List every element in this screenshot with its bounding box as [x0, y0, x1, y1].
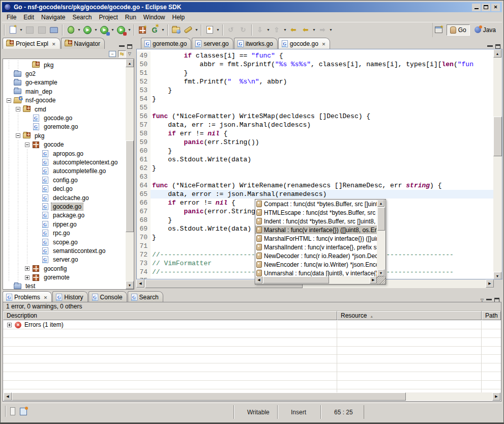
- new-wizard-button[interactable]: [7, 24, 19, 36]
- menu-item-window[interactable]: Window: [140, 13, 169, 22]
- open-type-button[interactable]: [170, 24, 182, 36]
- scroll-thumb[interactable]: [126, 140, 134, 232]
- completion-item[interactable]: Marshal : func(v interface{}) ([]uint8, …: [255, 225, 377, 234]
- tab-navigator[interactable]: Navigator: [61, 38, 105, 49]
- popup-horizontal-scrollbar[interactable]: ◀ ▶: [255, 276, 377, 284]
- tree-item[interactable]: goremote: [4, 273, 125, 281]
- completion-item[interactable]: Compact : func(dst *bytes.Buffer, src []…: [255, 200, 377, 208]
- scroll-right-icon[interactable]: ▶: [492, 392, 500, 401]
- open-perspective-button[interactable]: [433, 24, 445, 36]
- tree-item[interactable]: config.go: [4, 176, 125, 184]
- scroll-left-icon[interactable]: ◀: [4, 392, 12, 401]
- back-button[interactable]: ⬅: [300, 24, 312, 36]
- tree-item[interactable]: semanticcontext.go: [4, 246, 125, 255]
- scroll-down-icon[interactable]: ▼: [126, 281, 134, 289]
- maximize-button[interactable]: [482, 4, 490, 11]
- tree-item[interactable]: gocode.go: [4, 202, 125, 211]
- run-dropdown[interactable]: ▼: [94, 24, 98, 36]
- save-all-button[interactable]: [36, 24, 48, 36]
- redo-button[interactable]: ↻: [237, 24, 249, 36]
- table-row[interactable]: Errors (1 item): [3, 321, 501, 329]
- tree-item[interactable]: go2: [4, 69, 125, 78]
- tab-server-go[interactable]: server.go: [192, 38, 233, 49]
- expand-icon[interactable]: [7, 323, 12, 327]
- last-edit-location-button[interactable]: ⬅: [287, 24, 300, 36]
- tree-item[interactable]: rpc.go: [4, 229, 125, 237]
- previous-annotation-dropdown[interactable]: ▼: [283, 24, 287, 36]
- collapse-icon[interactable]: [7, 98, 11, 103]
- view-menu-button[interactable]: ▽: [128, 51, 131, 56]
- toggle-mark-button[interactable]: [203, 24, 216, 36]
- minimize-view-icon[interactable]: [119, 45, 125, 47]
- tree-vertical-scrollbar[interactable]: ▲ ▼: [126, 59, 134, 289]
- external-tools-button[interactable]: [115, 24, 127, 36]
- next-annotation-dropdown[interactable]: ▼: [266, 24, 271, 36]
- search-dropdown[interactable]: ▼: [194, 24, 199, 36]
- scroll-thumb[interactable]: [12, 392, 406, 401]
- tab-project-expl[interactable]: Project Expl: [3, 38, 61, 49]
- problems-table[interactable]: Errors (1 item): [3, 321, 501, 392]
- completion-item[interactable]: Indent : func(dst *bytes.Buffer, src []u…: [255, 217, 377, 225]
- menu-item-help[interactable]: Help: [169, 13, 189, 22]
- menu-item-search[interactable]: Search: [69, 13, 95, 22]
- tree-item[interactable]: goconfig: [4, 264, 125, 273]
- new-go-dropdown[interactable]: ▼: [161, 24, 165, 36]
- tree-item[interactable]: server.go: [4, 256, 125, 264]
- fast-view-icon[interactable]: [10, 407, 15, 415]
- title-bar[interactable]: Go - nsf-gocode/src/pkg/gocode/gocode.go…: [2, 2, 502, 12]
- previous-annotation-button[interactable]: ⇧: [271, 24, 283, 36]
- external-tools-dropdown[interactable]: ▼: [127, 24, 132, 36]
- tree-item[interactable]: main_dep: [4, 87, 125, 96]
- tree-item[interactable]: package.go: [4, 211, 125, 220]
- new-go-element-button[interactable]: G: [149, 24, 161, 36]
- tree-item[interactable]: goremote.go: [4, 123, 125, 131]
- tab-search[interactable]: Search: [128, 291, 163, 302]
- completion-item[interactable]: Unmarshal : func(data []uint8, v interfa…: [255, 269, 377, 276]
- maximize-view-icon[interactable]: [127, 44, 132, 49]
- collapse-icon[interactable]: [25, 143, 29, 147]
- scroll-up-icon[interactable]: ▲: [493, 49, 501, 58]
- minimize-view-icon[interactable]: [486, 298, 492, 300]
- tree-item[interactable]: autocompletecontext.go: [4, 158, 125, 166]
- tree-item[interactable]: ripper.go: [4, 220, 125, 229]
- column-header-path[interactable]: Path: [482, 311, 501, 320]
- perspective-go-button[interactable]: Go: [447, 24, 470, 36]
- collapse-icon[interactable]: [16, 107, 20, 111]
- column-header-resource[interactable]: Resource: [337, 311, 482, 320]
- scroll-left-icon[interactable]: ◀: [255, 276, 262, 284]
- undo-button[interactable]: ↺: [225, 24, 237, 36]
- scroll-right-icon[interactable]: ▶: [486, 279, 494, 288]
- completion-item[interactable]: HTMLEscape : func(dst *bytes.Buffer, src…: [255, 208, 377, 217]
- collapse-icon[interactable]: [16, 133, 20, 138]
- menu-item-edit[interactable]: Edit: [20, 13, 38, 22]
- menu-item-project[interactable]: Project: [95, 13, 121, 22]
- forward-dropdown[interactable]: ▼: [329, 24, 333, 36]
- scroll-thumb[interactable]: [493, 117, 502, 156]
- scroll-up-icon[interactable]: ▲: [126, 59, 134, 67]
- maximize-view-icon[interactable]: [495, 44, 500, 49]
- tree-item[interactable]: gocode: [4, 140, 125, 149]
- tab-gocode-go[interactable]: gocode.go: [278, 38, 331, 49]
- new-go-package-button[interactable]: [136, 24, 149, 36]
- perspective-java-button[interactable]: Java: [471, 24, 499, 36]
- tree-item[interactable]: nsf-gocode: [4, 96, 125, 105]
- print-button[interactable]: [48, 24, 60, 36]
- scroll-up-icon[interactable]: ▲: [377, 200, 384, 207]
- tab-close-icon[interactable]: [50, 40, 56, 47]
- expand-icon[interactable]: [25, 266, 29, 271]
- scroll-thumb[interactable]: [263, 276, 329, 284]
- problems-horizontal-scrollbar[interactable]: ◀ ▶: [4, 392, 500, 401]
- close-button[interactable]: [491, 4, 500, 11]
- menu-item-run[interactable]: Run: [122, 13, 140, 22]
- tab-goremote-go[interactable]: goremote.go: [141, 38, 191, 49]
- tree-item[interactable]: autocompletefile.go: [4, 167, 125, 176]
- forward-button[interactable]: ➡: [316, 24, 329, 36]
- scroll-down-icon[interactable]: ▼: [377, 269, 384, 276]
- tab-problems[interactable]: Problems: [3, 291, 52, 302]
- minimize-view-icon[interactable]: [487, 45, 493, 47]
- completion-item[interactable]: MarshalIndent : func(v interface{}, pref…: [255, 243, 377, 251]
- tree-item[interactable]: decl.go: [4, 184, 125, 193]
- popup-vertical-scrollbar[interactable]: ▲ ▼: [377, 200, 386, 276]
- run-button[interactable]: [81, 24, 94, 36]
- menu-item-file[interactable]: File: [3, 13, 20, 22]
